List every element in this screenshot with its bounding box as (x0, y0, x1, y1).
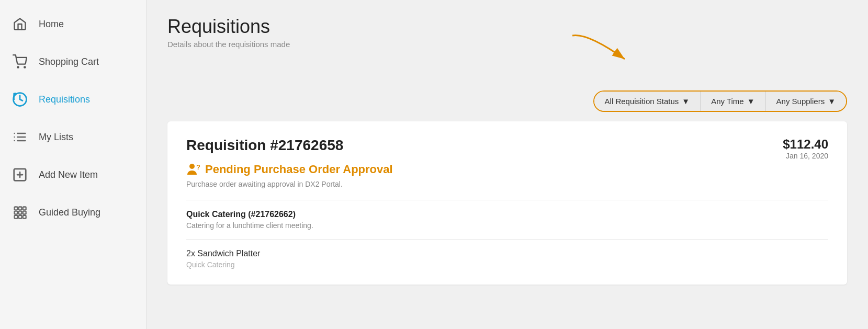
clock-icon (10, 90, 29, 109)
requisition-status-text: Pending Purchase Order Approval (205, 163, 393, 176)
svg-point-0 (17, 66, 18, 67)
requisition-number-block: Requisition #21762658 (186, 137, 343, 154)
suppliers-filter-label: Any Suppliers (776, 97, 825, 106)
sidebar-item-guided-buying[interactable]: Guided Buying (0, 194, 146, 231)
svg-rect-15 (15, 211, 18, 214)
requisition-status: ? Pending Purchase Order Approval (186, 162, 828, 177)
requisition-amount-block: $112.40 Jan 16, 2020 (783, 137, 828, 160)
plus-icon (10, 165, 29, 184)
filter-area: All Requisition Status ▼ Any Time ▼ Any … (167, 59, 847, 112)
time-filter-label: Any Time (711, 97, 744, 106)
filter-group: All Requisition Status ▼ Any Time ▼ Any … (593, 90, 847, 112)
status-filter-button[interactable]: All Requisition Status ▼ (594, 92, 701, 111)
sidebar-item-home[interactable]: Home (0, 5, 146, 43)
main-content: Requisitions Details about the requisiti… (146, 0, 868, 329)
sidebar-item-add-new-item[interactable]: Add New Item (0, 156, 146, 194)
sidebar-item-label: Requisitions (39, 94, 90, 105)
requisition-card: Requisition #21762658 $112.40 Jan 16, 20… (167, 121, 847, 285)
requisition-status-description: Purchase order awaiting approval in DX2 … (186, 180, 828, 188)
sidebar-item-requisitions[interactable]: Requisitions (0, 81, 146, 118)
page-title: Requisitions (167, 16, 847, 38)
svg-rect-18 (15, 215, 18, 219)
sidebar-item-shopping-cart[interactable]: Shopping Cart (0, 43, 146, 81)
sidebar: Home Shopping Cart Requisitions (0, 0, 146, 329)
svg-rect-14 (23, 207, 26, 210)
sidebar-item-label: Add New Item (39, 169, 98, 180)
time-filter-chevron: ▼ (747, 97, 755, 106)
svg-point-22 (189, 164, 195, 169)
svg-rect-19 (19, 215, 22, 219)
cart-icon (10, 52, 29, 71)
divider-1 (186, 200, 828, 200)
suppliers-filter-chevron: ▼ (828, 97, 836, 106)
page-subtitle: Details about the requisitions made (167, 40, 847, 49)
sidebar-item-label: Home (39, 19, 64, 30)
home-icon (10, 15, 29, 33)
page-header: Requisitions Details about the requisiti… (167, 16, 847, 49)
svg-rect-17 (23, 211, 26, 214)
svg-rect-13 (19, 207, 22, 210)
svg-text:?: ? (196, 163, 200, 171)
requisition-card-header: Requisition #21762658 $112.40 Jan 16, 20… (186, 137, 828, 160)
product-supplier: Quick Catering (186, 260, 828, 269)
line-item-title: Quick Catering (#21762662) (186, 210, 828, 219)
svg-point-1 (24, 66, 25, 67)
sidebar-item-label: Shopping Cart (39, 56, 99, 67)
grid-icon (10, 203, 29, 222)
sidebar-item-label: My Lists (39, 132, 73, 143)
pending-status-icon: ? (186, 162, 201, 177)
line-item-description: Catering for a lunchtime client meeting. (186, 221, 828, 230)
svg-rect-16 (19, 211, 22, 214)
status-filter-label: All Requisition Status (605, 97, 679, 106)
requisition-number: Requisition #21762658 (186, 137, 343, 154)
requisition-date: Jan 16, 2020 (783, 152, 828, 160)
time-filter-button[interactable]: Any Time ▼ (701, 92, 765, 111)
list-icon (10, 128, 29, 146)
product-name: 2x Sandwich Platter (186, 249, 828, 258)
sidebar-item-label: Guided Buying (39, 207, 100, 218)
status-filter-chevron: ▼ (682, 97, 690, 106)
svg-rect-12 (15, 207, 18, 210)
suppliers-filter-button[interactable]: Any Suppliers ▼ (766, 92, 846, 111)
requisition-amount: $112.40 (783, 137, 828, 152)
divider-2 (186, 239, 828, 240)
sidebar-item-my-lists[interactable]: My Lists (0, 118, 146, 156)
svg-rect-20 (23, 215, 26, 219)
